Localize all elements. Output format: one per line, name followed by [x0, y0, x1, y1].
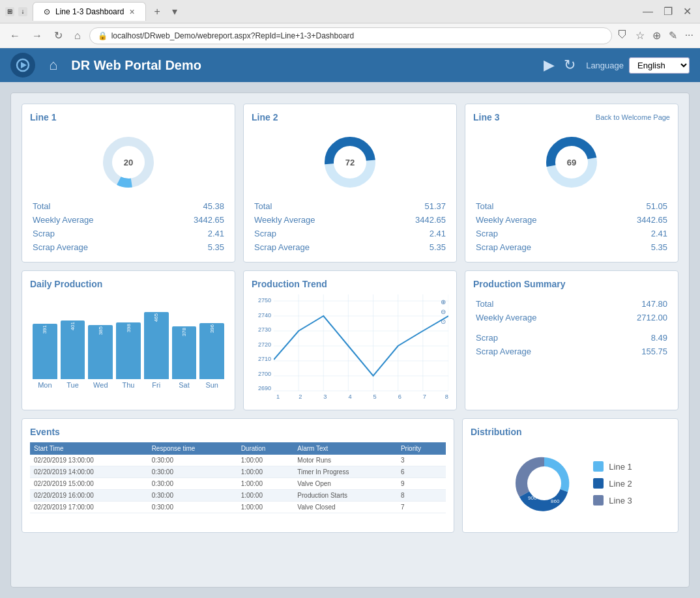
y-label-2: 2730: [252, 326, 271, 333]
bookmark-icon[interactable]: ⛉: [617, 29, 628, 42]
table-cell: 1:00:00: [237, 478, 294, 490]
line2-scrap-value: 2.41: [379, 227, 448, 240]
summary-total-value: 147.80: [601, 297, 670, 311]
minimize-button[interactable]: —: [639, 4, 656, 19]
line2-scrap-label: Scrap: [252, 227, 379, 240]
bar-label: Sun: [199, 381, 224, 389]
line2-scrapavg-row: Scrap Average 5.35: [252, 240, 448, 254]
close-window-button[interactable]: ✕: [680, 4, 695, 19]
pen-icon[interactable]: ✎: [669, 29, 677, 42]
line2-total-row: Total 51.37: [252, 199, 448, 213]
y-label-3: 2720: [252, 341, 271, 348]
table-cell: 8: [397, 490, 446, 502]
svg-marker-1: [21, 62, 27, 68]
line1-scrap-row: Scrap 2.41: [30, 227, 227, 240]
language-section: Language English: [586, 57, 690, 74]
col-start-time: Start Time: [30, 442, 148, 455]
line1-stats: Total 45.38 Weekly Average 3442.65 Scrap…: [30, 199, 227, 254]
distribution-content: 900 860 Line 1 Line 2 Line 3: [471, 442, 670, 524]
legend-line2: Line 2: [593, 478, 632, 489]
col-response-time: Response time: [148, 442, 237, 455]
y-label-1: 2740: [252, 312, 271, 319]
daily-production-title: Daily Production: [30, 279, 227, 289]
table-cell: 02/20/2019 16:00:00: [30, 490, 148, 502]
summary-scrap-row: Scrap 8.49: [473, 331, 670, 345]
home-button[interactable]: ⌂: [71, 29, 84, 43]
bar: 396: [199, 323, 224, 379]
bar-group: 385: [88, 297, 113, 379]
reload-button[interactable]: ↻: [51, 28, 66, 43]
svg-text:4: 4: [348, 393, 351, 400]
line1-weekly-label: Weekly Average: [30, 213, 158, 227]
menu-icon[interactable]: ···: [685, 29, 693, 42]
daily-production-panel: Daily Production 391401385398465378396 M…: [22, 270, 235, 410]
line3-title: Line 3: [473, 112, 499, 122]
bar-value: 385: [98, 326, 104, 335]
distribution-panel: Distribution: [462, 418, 678, 533]
back-to-welcome-link[interactable]: Back to Welcome Page: [596, 113, 670, 121]
legend-line1: Line 1: [593, 461, 632, 472]
line2-weekly-label: Weekly Average: [252, 213, 379, 227]
line1-total-label: Total: [30, 199, 158, 213]
line2-weekly-value: 3442.65: [379, 213, 448, 227]
bar: 465: [144, 312, 169, 380]
y-label-6: 2690: [252, 385, 271, 392]
y-label-4: 2710: [252, 356, 271, 362]
svg-text:⊖: ⊖: [441, 308, 446, 315]
table-cell: Motor Runs: [293, 455, 397, 466]
table-row: 02/20/2019 13:00:000:30:001:00:00Motor R…: [30, 455, 446, 466]
line1-donut-value: 20: [124, 158, 133, 167]
legend-line2-dot: [593, 478, 604, 489]
line2-weekly-row: Weekly Average 3442.65: [252, 213, 448, 227]
line2-stats: Total 51.37 Weekly Average 3442.65 Scrap…: [252, 199, 448, 254]
svg-text:6: 6: [398, 393, 401, 400]
language-label: Language: [586, 61, 624, 70]
line3-weekly-label: Weekly Average: [473, 213, 601, 227]
summary-weekly-value: 2712.00: [601, 311, 670, 324]
bottom-row: Events Start Time Response time Duration…: [22, 418, 678, 533]
app-header: ⌂ DR Web Portal Demo ▶ ↻ Language Englis…: [0, 48, 700, 82]
table-cell: 1:00:00: [237, 502, 294, 513]
table-cell: 02/20/2019 17:00:00: [30, 502, 148, 513]
svg-text:3: 3: [323, 393, 327, 400]
tab-close-button[interactable]: ×: [129, 7, 134, 17]
tab-dropdown-button[interactable]: ▾: [169, 4, 181, 19]
line3-donut-value: 69: [567, 158, 576, 167]
language-select[interactable]: English: [629, 57, 690, 74]
line3-scrap-label: Scrap: [473, 227, 601, 240]
browser-tab[interactable]: ⊙ Line 1-3 Dashboard ×: [33, 2, 146, 21]
table-cell: 02/20/2019 15:00:00: [30, 478, 148, 490]
app-logo: [10, 53, 35, 78]
new-tab-button[interactable]: +: [151, 5, 164, 19]
header-home-button[interactable]: ⌂: [46, 55, 61, 75]
back-button[interactable]: ←: [7, 29, 23, 43]
svg-text:900: 900: [528, 495, 537, 501]
header-icons: ▶ ↻: [544, 57, 576, 74]
table-cell: 0:30:00: [148, 502, 237, 513]
bar-group: 391: [33, 297, 57, 379]
line1-panel: Line 1 20 Total 45.38 Weekly Average: [22, 104, 235, 263]
bar-value: 391: [42, 325, 48, 334]
table-row: 02/20/2019 15:00:000:30:001:00:00Valve O…: [30, 478, 446, 490]
svg-text:8: 8: [445, 393, 448, 400]
refresh-icon[interactable]: ↻: [564, 57, 576, 74]
app-title: DR Web Portal Demo: [71, 58, 533, 73]
play-icon[interactable]: ▶: [544, 57, 555, 74]
events-title: Events: [30, 427, 446, 437]
bar-label: Thu: [116, 381, 141, 389]
y-label-5: 2700: [252, 371, 271, 377]
middle-row: Daily Production 391401385398465378396 M…: [22, 270, 678, 410]
address-bar[interactable]: 🔒 localhost/DRweb_Demo/webreport.aspx?Re…: [89, 27, 612, 44]
summary-scrapavg-value: 155.75: [601, 345, 670, 358]
bar-label: Wed: [88, 381, 113, 389]
table-cell: 02/20/2019 14:00:00: [30, 466, 148, 478]
line1-scrapavg-value: 5.35: [158, 240, 227, 254]
forward-button[interactable]: →: [29, 29, 46, 43]
production-summary-panel: Production Summary Total 147.80 Weekly A…: [465, 270, 678, 410]
share-icon[interactable]: ⊕: [652, 29, 661, 42]
restore-button[interactable]: ❐: [660, 4, 676, 19]
summary-scrap-label: Scrap: [473, 331, 601, 345]
distribution-legend: Line 1 Line 2 Line 3: [593, 461, 632, 505]
star-icon[interactable]: ☆: [635, 29, 645, 42]
browser-toolbar: ← → ↻ ⌂ 🔒 localhost/DRweb_Demo/webreport…: [0, 23, 700, 48]
